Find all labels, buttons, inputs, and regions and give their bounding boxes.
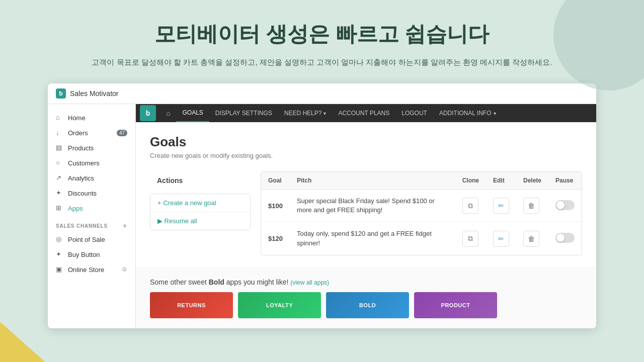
clone-icon: ⧉ xyxy=(468,202,473,210)
goal-amount-1: $100 xyxy=(261,190,290,222)
top-nav: b ⌂ GOALS DISPLAY SETTINGS NEED HELP? AC… xyxy=(136,104,596,122)
promo-card-bold[interactable]: BOLD xyxy=(326,292,409,318)
sidebar-label-home: Home xyxy=(68,114,86,122)
nav-item-plans[interactable]: ACCOUNT PLANS xyxy=(332,105,395,122)
resume-all-button[interactable]: ▶ Resume all xyxy=(150,212,250,230)
col-pause: Pause xyxy=(548,172,582,190)
nav-logo: b xyxy=(140,105,156,121)
hero-title: 모티베이터 생성은 빠르고 쉽습니다 xyxy=(10,20,634,48)
window-titlebar: b Sales Motivator xyxy=(48,83,596,104)
pitch-text-2: Today only, spend $120 and get a FREE fi… xyxy=(290,222,455,255)
help-chevron-icon xyxy=(324,110,326,117)
sidebar-item-home[interactable]: Home xyxy=(48,110,135,125)
promo-card-product[interactable]: PRODUCT xyxy=(414,292,497,318)
pitch-text-1: Super special Black Friday sale! Spend $… xyxy=(290,190,455,222)
table-row: $100 Super special Black Friday sale! Sp… xyxy=(261,190,582,222)
info-chevron-icon xyxy=(494,110,496,117)
buy-icon xyxy=(56,250,64,258)
pause-toggle-1[interactable] xyxy=(555,200,575,210)
nav-home-button[interactable]: ⌂ xyxy=(160,104,176,122)
sidebar-item-discounts[interactable]: Discounts xyxy=(48,186,135,201)
pause-toggle-2[interactable] xyxy=(555,233,575,243)
col-edit: Edit xyxy=(486,172,516,190)
nav-item-goals[interactable]: GOALS xyxy=(176,104,209,122)
sidebar-item-orders[interactable]: Orders 47 xyxy=(48,125,135,140)
actions-panel: Actions + Create a new goal ▶ Resume all xyxy=(150,171,251,255)
pause-cell-1 xyxy=(548,190,582,222)
goals-table-container: Goal Pitch Clone Edit Delete Pause xyxy=(261,171,582,255)
sidebar-label-pos: Point of Sale xyxy=(68,236,105,243)
clone-button-1[interactable]: ⧉ xyxy=(462,198,478,214)
view-all-apps-link[interactable]: (view all apps) xyxy=(290,279,329,286)
col-delete: Delete xyxy=(516,172,548,190)
nav-item-logout[interactable]: LOGOUT xyxy=(395,105,433,122)
delete-icon: 🗑 xyxy=(528,202,535,210)
sidebar-item-products[interactable]: Products xyxy=(48,140,135,155)
delete-cell-2: 🗑 xyxy=(516,222,548,255)
promo-card-loyalty[interactable]: LOYALTY xyxy=(238,292,321,318)
col-goal: Goal xyxy=(261,172,290,190)
store-settings-icon[interactable]: ⚙ xyxy=(122,266,127,273)
promo-section: Some other sweet Bold apps you might lik… xyxy=(136,267,596,328)
main-content: b ⌂ GOALS DISPLAY SETTINGS NEED HELP? AC… xyxy=(136,104,596,328)
home-icon xyxy=(56,114,64,122)
products-icon xyxy=(56,144,64,152)
sidebar-label-orders: Orders xyxy=(68,129,88,137)
goals-table: Goal Pitch Clone Edit Delete Pause xyxy=(261,172,582,255)
edit-icon: ✏ xyxy=(498,202,504,210)
nav-item-help[interactable]: NEED HELP? xyxy=(278,105,333,122)
sidebar-item-customers[interactable]: Customers xyxy=(48,155,135,170)
sidebar-label-customers: Customers xyxy=(68,159,100,167)
hero-subtitle: 고객이 목표로 달성해야 할 카트 총액을 설정하고, 제안을 설명하고 고객이… xyxy=(10,56,634,68)
edit-cell-1: ✏ xyxy=(486,190,516,222)
clone-cell-2: ⧉ xyxy=(455,222,486,255)
page-title: Goals xyxy=(150,134,582,150)
sidebar-item-store[interactable]: Online Store ⚙ xyxy=(48,262,135,277)
promo-card-returns[interactable]: RETURNS xyxy=(150,292,233,318)
delete-button-1[interactable]: 🗑 xyxy=(523,198,539,214)
nav-item-info[interactable]: ADDITIONAL INFO xyxy=(433,105,502,122)
window-title: Sales Motivator xyxy=(70,89,118,98)
app-window: b Sales Motivator Home Orders 47 Product… xyxy=(48,83,596,328)
delete-icon-2: 🗑 xyxy=(528,235,535,243)
col-clone: Clone xyxy=(455,172,486,190)
clone-cell-1: ⧉ xyxy=(455,190,486,222)
delete-cell-1: 🗑 xyxy=(516,190,548,222)
promo-cards: RETURNS LOYALTY BOLD PRODUCT xyxy=(150,292,582,318)
sidebar-item-analytics[interactable]: Analytics xyxy=(48,170,135,186)
sidebar-label-store: Online Store xyxy=(68,266,104,274)
edit-icon-2: ✏ xyxy=(498,235,504,243)
goal-amount-2: $120 xyxy=(261,222,290,255)
content-area: Goals Create new goals or modify existin… xyxy=(136,122,596,267)
actions-list: + Create a new goal ▶ Resume all xyxy=(150,194,251,230)
orders-badge: 47 xyxy=(117,130,127,136)
customers-icon xyxy=(56,159,64,167)
sidebar-label-products: Products xyxy=(68,144,94,152)
orders-icon xyxy=(56,129,64,137)
edit-button-2[interactable]: ✏ xyxy=(493,231,509,247)
sidebar-item-buy[interactable]: Buy Button xyxy=(48,247,135,262)
sidebar-item-pos[interactable]: Point of Sale xyxy=(48,232,135,247)
add-sales-channel-icon[interactable]: + xyxy=(123,222,127,230)
bg-triangle-decoration xyxy=(0,322,45,362)
edit-button-1[interactable]: ✏ xyxy=(493,198,509,214)
titlebar-logo: b xyxy=(56,88,66,99)
pos-icon xyxy=(56,235,64,243)
sidebar-label-apps: Apps xyxy=(68,205,83,212)
hero-section: 모티베이터 생성은 빠르고 쉽습니다 고객이 목표로 달성해야 할 카트 총액을… xyxy=(0,0,644,78)
sidebar-label-discounts: Discounts xyxy=(68,190,97,197)
nav-item-display[interactable]: DISPLAY SETTINGS xyxy=(209,105,278,122)
analytics-icon xyxy=(56,174,64,182)
clone-button-2[interactable]: ⧉ xyxy=(462,231,478,247)
delete-button-2[interactable]: 🗑 xyxy=(523,231,539,247)
create-goal-button[interactable]: + Create a new goal xyxy=(150,194,250,212)
edit-cell-2: ✏ xyxy=(486,222,516,255)
table-row: $120 Today only, spend $120 and get a FR… xyxy=(261,222,582,255)
sidebar-label-buy: Buy Button xyxy=(68,251,100,258)
sidebar-item-apps[interactable]: Apps xyxy=(48,201,135,216)
apps-icon xyxy=(56,204,64,212)
pause-cell-2 xyxy=(548,222,582,255)
sidebar: Home Orders 47 Products Customers Analyt… xyxy=(48,104,136,328)
col-pitch: Pitch xyxy=(290,172,455,190)
discounts-icon xyxy=(56,189,64,197)
